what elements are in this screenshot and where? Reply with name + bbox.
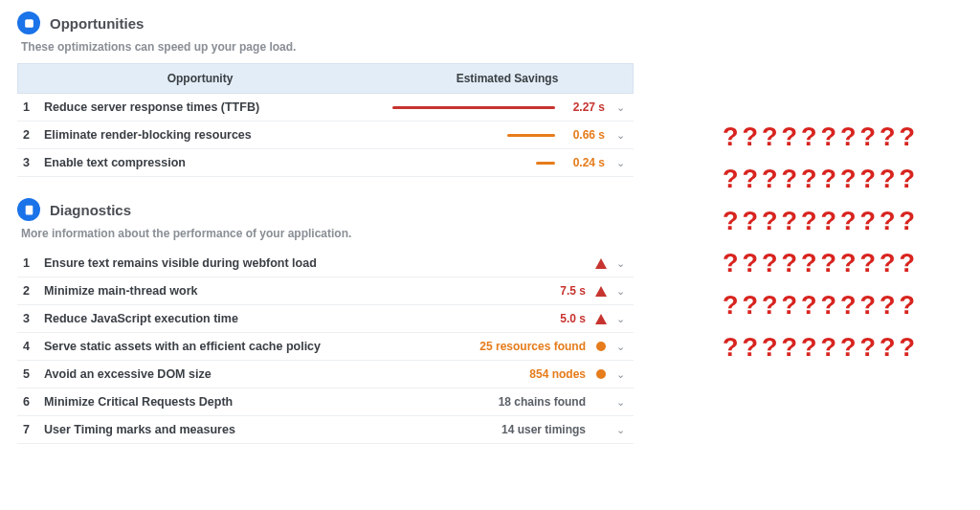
question-mark-line: ?????????? xyxy=(723,124,962,150)
opportunities-subtitle: These optimizations can speed up your pa… xyxy=(21,40,634,54)
warn-icon xyxy=(596,369,606,379)
row-index: 4 xyxy=(21,340,44,353)
diagnostic-value: 14 user timings xyxy=(501,423,591,436)
diagnostic-label: Avoid an excessive DOM size xyxy=(44,367,529,381)
question-mark-line: ?????????? xyxy=(723,293,962,319)
chevron-down-icon[interactable]: ⌄ xyxy=(611,341,630,353)
column-savings: Estimated Savings xyxy=(382,64,633,93)
diagnostic-value: 18 chains found xyxy=(499,395,591,409)
chevron-down-icon[interactable]: ⌄ xyxy=(611,129,630,142)
warn-icon xyxy=(596,342,606,351)
question-mark-block: ????????????????????????????????????????… xyxy=(723,124,962,377)
chevron-down-icon[interactable]: ⌄ xyxy=(611,257,630,270)
chevron-down-icon[interactable]: ⌄ xyxy=(611,368,630,381)
chevron-down-icon[interactable]: ⌄ xyxy=(611,424,630,436)
status-cell xyxy=(591,286,611,297)
opportunity-row[interactable]: 1Reduce server response times (TTFB)2.27… xyxy=(17,94,634,122)
opportunity-label: Reduce server response times (TTFB) xyxy=(44,100,354,114)
opportunities-title: Opportunities xyxy=(50,15,144,32)
opportunities-columns: Opportunity Estimated Savings xyxy=(17,63,634,94)
diagnostics-list: 1Ensure text remains visible during webf… xyxy=(17,250,634,444)
diagnostics-title: Diagnostics xyxy=(50,202,131,218)
status-cell xyxy=(591,342,611,351)
diagnostic-row[interactable]: 2Minimize main-thread work7.5 s⌄ xyxy=(17,277,634,305)
alert-icon xyxy=(595,314,607,324)
column-opportunity: Opportunity xyxy=(18,64,382,93)
diagnostic-label: Serve static assets with an efficient ca… xyxy=(44,340,479,353)
svg-rect-1 xyxy=(25,205,33,214)
row-index: 2 xyxy=(21,284,44,298)
opportunity-label: Eliminate render-blocking resources xyxy=(44,128,354,142)
row-index: 3 xyxy=(21,312,44,325)
opportunity-label: Enable text compression xyxy=(44,156,354,169)
opportunities-list: 1Reduce server response times (TTFB)2.27… xyxy=(17,94,634,177)
clipboard-icon xyxy=(17,198,40,221)
diagnostic-row[interactable]: 3Reduce JavaScript execution time5.0 s⌄ xyxy=(17,305,634,333)
savings-bar xyxy=(536,162,555,165)
chevron-down-icon[interactable]: ⌄ xyxy=(611,313,630,325)
audit-report: Opportunities These optimizations can sp… xyxy=(0,0,651,444)
row-index: 3 xyxy=(21,156,44,169)
diagnostic-label: Reduce JavaScript execution time xyxy=(44,312,560,325)
opportunity-row[interactable]: 3Enable text compression0.24 s⌄ xyxy=(17,149,634,177)
alert-icon xyxy=(595,286,607,297)
diagnostic-value: 5.0 s xyxy=(560,312,591,325)
diagnostic-value: 854 nodes xyxy=(529,367,591,381)
chevron-down-icon[interactable]: ⌄ xyxy=(611,285,630,298)
savings-value: 0.24 s xyxy=(555,156,611,169)
status-cell xyxy=(591,314,611,324)
diagnostic-row[interactable]: 4Serve static assets with an efficient c… xyxy=(17,333,634,361)
savings-bar xyxy=(507,134,555,137)
diagnostic-value: 7.5 s xyxy=(560,284,591,298)
chevron-down-icon[interactable]: ⌄ xyxy=(611,396,630,409)
status-cell xyxy=(591,258,611,269)
diagnostic-label: User Timing marks and measures xyxy=(44,423,501,436)
row-index: 2 xyxy=(21,128,44,142)
opportunity-row[interactable]: 2Eliminate render-blocking resources0.66… xyxy=(17,122,634,149)
diagnostic-value: 25 resources found xyxy=(479,340,591,353)
savings-bar-zone xyxy=(354,134,555,137)
diagnostic-row[interactable]: 1Ensure text remains visible during webf… xyxy=(17,250,634,277)
diagnostics-header: Diagnostics xyxy=(17,198,634,221)
diagnostic-row[interactable]: 5Avoid an excessive DOM size854 nodes⌄ xyxy=(17,361,634,388)
opportunities-header: Opportunities xyxy=(17,11,634,34)
diagnostic-label: Minimize Critical Requests Depth xyxy=(44,395,499,409)
bulb-icon xyxy=(17,11,40,34)
row-index: 6 xyxy=(21,395,44,409)
row-index: 1 xyxy=(21,256,44,270)
diagnostic-row[interactable]: 6Minimize Critical Requests Depth18 chai… xyxy=(17,388,634,416)
savings-bar-zone xyxy=(354,162,555,165)
savings-value: 0.66 s xyxy=(555,128,611,142)
question-mark-line: ?????????? xyxy=(723,166,962,192)
savings-bar-zone xyxy=(354,106,555,109)
alert-icon xyxy=(595,258,607,269)
svg-rect-0 xyxy=(25,19,33,28)
chevron-down-icon[interactable]: ⌄ xyxy=(611,157,630,169)
diagnostic-label: Ensure text remains visible during webfo… xyxy=(44,256,586,270)
chevron-down-icon[interactable]: ⌄ xyxy=(611,101,630,114)
row-index: 7 xyxy=(21,423,44,436)
diagnostic-label: Minimize main-thread work xyxy=(44,284,560,298)
savings-bar xyxy=(392,106,555,109)
status-cell xyxy=(591,369,611,379)
diagnostic-row[interactable]: 7User Timing marks and measures14 user t… xyxy=(17,416,634,444)
question-mark-line: ?????????? xyxy=(723,251,962,277)
question-mark-line: ?????????? xyxy=(723,335,962,361)
row-index: 1 xyxy=(21,100,44,114)
row-index: 5 xyxy=(21,367,44,381)
question-mark-line: ?????????? xyxy=(723,209,962,234)
savings-value: 2.27 s xyxy=(555,100,611,114)
diagnostics-subtitle: More information about the performance o… xyxy=(21,227,634,240)
